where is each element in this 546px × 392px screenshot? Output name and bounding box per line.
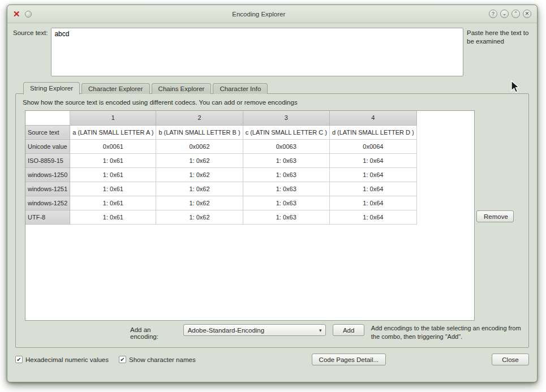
tab-character-explorer[interactable]: Character Explorer [81, 83, 150, 94]
help-button[interactable]: ? [489, 10, 497, 18]
column-header[interactable]: 2 [156, 111, 243, 125]
table-corner [25, 111, 70, 125]
footer-bar: ✔ Hexadecimal numeric values ✔ Show char… [7, 348, 537, 365]
table-cell[interactable]: 1: 0x61 [70, 167, 156, 182]
show-character-names-checkbox[interactable]: ✔ Show character names [119, 356, 196, 363]
table-cell[interactable]: 0x0064 [329, 139, 416, 153]
close-dialog-button[interactable]: Close [492, 354, 529, 365]
remove-button[interactable]: Remove [476, 210, 514, 222]
tab-string-explorer[interactable]: String Explorer [23, 82, 80, 94]
table-cell[interactable]: 1: 0x62 [156, 182, 243, 196]
table-cell[interactable]: 1: 0x63 [243, 196, 329, 210]
table-cell[interactable]: 1: 0x61 [70, 153, 156, 167]
column-header[interactable]: 3 [243, 111, 329, 125]
add-encoding-hint: Add encodings to the table selecting an … [371, 324, 522, 341]
table-cell[interactable]: 1: 0x63 [243, 153, 329, 167]
encoding-combobox[interactable]: Adobe-Standard-Encoding ▾ [183, 324, 326, 336]
table-cell[interactable]: d (LATIN SMALL LETTER D ) [329, 125, 416, 139]
table-row: windows-1252 1: 0x61 1: 0x62 1: 0x63 1: … [25, 196, 416, 210]
column-header[interactable]: 4 [329, 111, 416, 125]
row-header[interactable]: Source text [25, 125, 70, 139]
shade-up-button[interactable]: ⌃ [511, 10, 520, 18]
string-explorer-panel: Show how the source text is encoded usin… [15, 93, 529, 348]
titlebar: ✕ Encoding Explorer ? ⌄ ⌃ ✕ [7, 5, 537, 23]
row-header[interactable]: windows-1251 [25, 182, 70, 196]
row-header[interactable]: Unicode value [25, 139, 70, 153]
code-pages-detail-button[interactable]: Code Pages Detail... [312, 354, 386, 365]
table-cell[interactable]: 1: 0x64 [329, 182, 416, 196]
table-row: Unicode value 0x0061 0x0062 0x0063 0x006… [25, 139, 416, 153]
chevron-down-icon: ▾ [319, 328, 322, 333]
encodings-table: 1 2 3 4 Source text a (LATIN SMALL LETTE… [25, 110, 475, 321]
table-row: windows-1251 1: 0x61 1: 0x62 1: 0x63 1: … [25, 182, 416, 196]
row-header[interactable]: windows-1252 [25, 196, 70, 210]
hexadecimal-checkbox-label: Hexadecimal numeric values [25, 356, 109, 363]
tab-character-info[interactable]: Character Info [213, 83, 268, 94]
paste-hint-text: Paste here the text to be examined [467, 28, 530, 46]
table-cell[interactable]: 1: 0x61 [70, 196, 156, 210]
table-cell[interactable]: a (LATIN SMALL LETTER A ) [70, 125, 156, 139]
add-encoding-row: Add an encoding: Adobe-Standard-Encoding… [16, 324, 528, 341]
table-cell[interactable]: b (LATIN SMALL LETTER B ) [156, 125, 243, 139]
add-button[interactable]: Add [333, 324, 364, 336]
table-row: UTF-8 1: 0x61 1: 0x62 1: 0x63 1: 0x64 [25, 210, 416, 224]
table-cell[interactable]: 1: 0x62 [156, 210, 243, 224]
table-cell[interactable]: 0x0062 [156, 139, 243, 153]
table-row: windows-1250 1: 0x61 1: 0x62 1: 0x63 1: … [25, 167, 416, 182]
table-cell[interactable]: 1: 0x63 [243, 167, 329, 182]
encoding-explorer-window: ✕ Encoding Explorer ? ⌄ ⌃ ✕ Source text:… [7, 5, 538, 382]
row-header[interactable]: ISO-8859-15 [25, 153, 70, 167]
table-cell[interactable]: 1: 0x64 [329, 210, 416, 224]
table-cell[interactable]: 1: 0x62 [156, 196, 243, 210]
source-text-label: Source text: [13, 28, 48, 36]
source-area: Source text: abcd Paste here the text to… [7, 23, 537, 81]
shade-down-button[interactable]: ⌄ [500, 10, 509, 18]
checkbox-checked-icon: ✔ [119, 356, 126, 363]
tab-bar: String Explorer Character Explorer Chain… [23, 81, 537, 93]
close-button[interactable]: ✕ [523, 10, 531, 18]
checkbox-checked-icon: ✔ [15, 356, 23, 363]
table-cell[interactable]: 1: 0x64 [329, 167, 416, 182]
add-encoding-label: Add an encoding: [130, 324, 180, 340]
row-header[interactable]: windows-1250 [25, 167, 70, 182]
row-header[interactable]: UTF-8 [25, 210, 70, 224]
table-cell[interactable]: 1: 0x63 [243, 210, 329, 224]
encoding-combobox-value: Adobe-Standard-Encoding [188, 327, 265, 334]
table-cell[interactable]: 0x0063 [243, 139, 329, 153]
table-cell[interactable]: 1: 0x64 [329, 153, 416, 167]
table-cell[interactable]: 0x0061 [70, 139, 156, 153]
column-header[interactable]: 1 [70, 111, 156, 125]
table-cell[interactable]: 1: 0x62 [156, 167, 243, 182]
table-cell[interactable]: 1: 0x62 [156, 153, 243, 167]
table-row: ISO-8859-15 1: 0x61 1: 0x62 1: 0x63 1: 0… [25, 153, 416, 167]
show-character-names-checkbox-label: Show character names [129, 356, 196, 363]
table-cell[interactable]: 1: 0x61 [70, 182, 156, 196]
source-text-input[interactable]: abcd [51, 28, 463, 76]
hexadecimal-checkbox[interactable]: ✔ Hexadecimal numeric values [15, 356, 109, 363]
close-window-icon[interactable]: ✕ [13, 10, 20, 18]
table-cell[interactable]: 1: 0x63 [243, 182, 329, 196]
window-menu-icon[interactable] [25, 11, 32, 18]
table-row: Source text a (LATIN SMALL LETTER A ) b … [25, 125, 416, 139]
table-cell[interactable]: 1: 0x64 [329, 196, 416, 210]
table-cell[interactable]: 1: 0x61 [70, 210, 156, 224]
window-title: Encoding Explorer [32, 11, 486, 18]
panel-description: Show how the source text is encoded usin… [16, 94, 528, 106]
table-cell[interactable]: c (LATIN SMALL LETTER C ) [243, 125, 329, 139]
tab-chains-explorer[interactable]: Chains Explorer [152, 83, 212, 94]
table-header-row: 1 2 3 4 [25, 111, 416, 125]
